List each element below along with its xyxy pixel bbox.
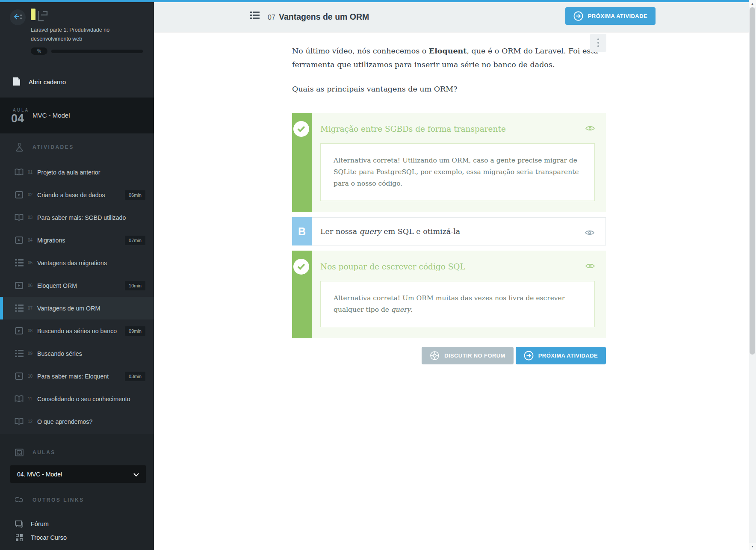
arrow-circle-icon xyxy=(524,351,534,361)
video-icon xyxy=(14,327,24,334)
sidebar-item-08[interactable]: 08Buscando as séries no banco09min xyxy=(0,319,154,342)
video-icon xyxy=(14,191,24,198)
option-b-text: Ler nossa query em SQL e otimizá-la xyxy=(320,227,460,236)
option-c-body: Nos poupar de escrever código SQL Altern… xyxy=(312,251,606,338)
activity-index: 03 xyxy=(28,215,35,220)
sidebar-item-03[interactable]: 03Para saber mais: SGBD utilizado xyxy=(0,206,154,229)
check-circle-icon xyxy=(293,259,309,275)
duration-badge: 10min xyxy=(125,281,145,290)
duration-badge: 07min xyxy=(125,236,145,245)
progress-row: % xyxy=(31,47,143,55)
activity-label: Para saber mais: Eloquent xyxy=(37,373,109,380)
scroll-up-arrow-icon[interactable]: ▲ xyxy=(749,0,756,7)
open-notebook-button[interactable]: Abrir caderno xyxy=(0,73,154,92)
lesson-select-value: 04. MVC - Model xyxy=(17,471,133,478)
activity-index: 06 xyxy=(28,283,35,288)
activity-label: Eloquent ORM xyxy=(37,282,77,289)
duration-badge: 06min xyxy=(125,190,145,200)
next-activity-button-bottom[interactable]: PRÓXIMA ATIVIDADE xyxy=(516,347,606,364)
activity-label: Para saber mais: SGBD utilizado xyxy=(37,214,126,221)
progress-percent-badge: % xyxy=(31,47,47,55)
activity-index: 05 xyxy=(28,260,35,265)
option-b-letter-bar: B xyxy=(292,217,312,245)
duration-badge: 03min xyxy=(125,372,145,381)
sidebar-header: Laravel parte 1: Produtividade no desenv… xyxy=(0,0,154,98)
activities-section-header: ATIVIDADES xyxy=(0,133,154,161)
option-card-b[interactable]: B Ler nossa query em SQL e otimizá-la xyxy=(292,217,606,245)
eye-icon[interactable] xyxy=(585,229,594,237)
sidebar-item-11[interactable]: 11Consolidando o seu conhecimento xyxy=(0,387,154,410)
activity-number: 07 xyxy=(268,14,275,21)
sidebar-item-01[interactable]: 01Projeto da aula anterior xyxy=(0,161,154,183)
eye-icon[interactable] xyxy=(585,125,595,133)
collapse-sidebar-button[interactable] xyxy=(10,9,26,25)
option-a-feedback: Alternativa correta! Utilizando um ORM, … xyxy=(320,143,595,201)
sidebar-link-f-rum[interactable]: Fórum xyxy=(0,517,154,531)
more-options-button[interactable] xyxy=(590,34,606,52)
app-window: Laravel parte 1: Produtividade no desenv… xyxy=(0,0,756,550)
activity-index: 12 xyxy=(28,419,35,424)
activity-label: Projeto da aula anterior xyxy=(37,169,100,176)
activity-label: Criando a base de dados xyxy=(37,192,105,198)
page-title: Vantagens de um ORM xyxy=(279,12,369,22)
check-circle-icon xyxy=(293,121,309,137)
option-card-a[interactable]: Migração entre SGBDs de forma transparen… xyxy=(292,113,606,212)
activity-label: Buscando séries xyxy=(37,350,82,357)
option-a-title: Migração entre SGBDs de forma transparen… xyxy=(320,124,595,133)
lesson-select-dropdown[interactable]: 04. MVC - Model xyxy=(10,465,146,483)
option-card-c[interactable]: Nos poupar de escrever código SQL Altern… xyxy=(292,251,606,338)
list-icon xyxy=(14,259,24,266)
activity-header: 07 Vantagens de um ORM PRÓXIMA ATIVIDADE xyxy=(154,2,749,32)
link-label: Trocar Curso xyxy=(31,534,67,541)
discuss-forum-label: DISCUTIR NO FORUM xyxy=(444,352,505,359)
arrow-circle-icon xyxy=(573,11,583,21)
next-activity-label: PRÓXIMA ATIVIDADE xyxy=(538,352,598,359)
sidebar-item-02[interactable]: 02Criando a base de dados06min xyxy=(0,183,154,206)
sidebar-link-trocar-curso[interactable]: Trocar Curso xyxy=(0,531,154,544)
video-icon xyxy=(14,237,24,244)
sidebar-item-06[interactable]: 06Eloquent ORM10min xyxy=(0,274,154,297)
sidebar-item-07[interactable]: 07Vantagens de um ORM xyxy=(0,297,154,319)
back-arrow-icon xyxy=(14,14,22,21)
activities-list: 01Projeto da aula anterior02Criando a ba… xyxy=(0,161,154,433)
open-notebook-label: Abrir caderno xyxy=(29,79,66,86)
activity-index: 04 xyxy=(28,238,35,242)
eye-icon[interactable] xyxy=(585,263,595,271)
options-list: Migração entre SGBDs de forma transparen… xyxy=(292,113,606,339)
option-c-feedback: Alternativa correta! Um ORM muitas das v… xyxy=(320,281,595,327)
flask-icon xyxy=(14,143,25,152)
vertical-scrollbar[interactable]: ▲ ▼ xyxy=(749,0,756,550)
activity-label: Migrations xyxy=(37,237,65,244)
sidebar-item-05[interactable]: 05Vantagens das migrations xyxy=(0,251,154,274)
option-b-letter: B xyxy=(292,217,312,245)
activity-label: O que aprendemos? xyxy=(37,418,92,425)
chat-icon xyxy=(14,520,24,528)
scroll-down-arrow-icon[interactable]: ▼ xyxy=(749,543,756,550)
top-accent-bar xyxy=(0,0,749,2)
option-a-body: Migração entre SGBDs de forma transparen… xyxy=(312,113,606,212)
course-title: Laravel parte 1: Produtividade no desenv… xyxy=(31,26,138,43)
sidebar: Laravel parte 1: Produtividade no desenv… xyxy=(0,0,154,550)
discuss-forum-button[interactable]: DISCUTIR NO FORUM xyxy=(422,347,514,364)
activity-index: 07 xyxy=(28,306,35,310)
video-icon xyxy=(14,373,24,380)
next-activity-button-top[interactable]: PRÓXIMA ATIVIDADE xyxy=(565,7,656,25)
scrollbar-thumb[interactable] xyxy=(750,7,755,355)
sidebar-item-10[interactable]: 10Para saber mais: Eloquent03min xyxy=(0,365,154,387)
other-links-list: FórumTrocar Curso xyxy=(0,517,154,544)
exercise-intro: No último vídeo, nós conhecemos o Eloque… xyxy=(292,44,606,72)
activity-type-list-icon xyxy=(250,11,260,21)
chain-link-icon xyxy=(14,496,25,504)
other-links-section-label: OUTROS LINKS xyxy=(32,497,84,503)
option-c-title: Nos poupar de escrever código SQL xyxy=(320,262,595,271)
progress-bar xyxy=(51,50,143,53)
notebook-icon xyxy=(13,77,20,87)
sidebar-item-04[interactable]: 04Migrations07min xyxy=(0,229,154,251)
grid-icon xyxy=(14,534,24,541)
option-b-body: Ler nossa query em SQL e otimizá-la xyxy=(312,217,606,245)
exercise-question: Quais as principais vantagens de um ORM? xyxy=(292,85,606,93)
sidebar-item-09[interactable]: 09Buscando séries xyxy=(0,342,154,365)
sidebar-item-12[interactable]: 12O que aprendemos? xyxy=(0,410,154,433)
option-a-status-bar xyxy=(292,113,312,212)
sidebar-bottom-panel: AULAS 04. MVC - Model OUTROS LINKS Fórum… xyxy=(0,434,154,550)
